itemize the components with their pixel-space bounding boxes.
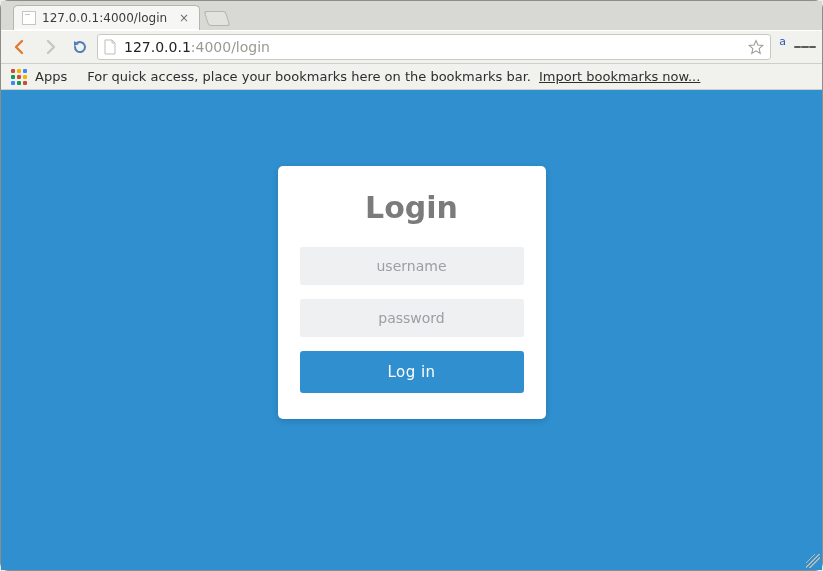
url-host: 127.0.0.1 xyxy=(124,39,191,55)
svg-marker-5 xyxy=(749,41,763,54)
reload-button[interactable] xyxy=(67,34,93,60)
browser-window: 127.0.0.1:4000/login × 127.0.0.1:4000/lo… xyxy=(0,0,823,571)
apps-icon[interactable] xyxy=(11,69,27,85)
url-text: 127.0.0.1:4000/login xyxy=(124,39,746,55)
import-bookmarks-link[interactable]: Import bookmarks now... xyxy=(539,69,700,84)
window-maximize-button[interactable] xyxy=(772,5,792,21)
browser-tab[interactable]: 127.0.0.1:4000/login × xyxy=(13,5,200,30)
svg-rect-1 xyxy=(779,9,786,16)
login-heading: Login xyxy=(300,190,524,225)
username-input[interactable] xyxy=(300,247,524,285)
resize-grip-icon[interactable] xyxy=(806,554,820,568)
login-button[interactable]: Log in xyxy=(300,351,524,393)
back-button[interactable] xyxy=(7,34,33,60)
toolbar: 127.0.0.1:4000/login a xyxy=(1,30,822,64)
file-icon xyxy=(102,39,118,55)
translate-indicator[interactable]: a xyxy=(779,35,786,48)
new-tab-button[interactable] xyxy=(204,11,231,26)
forward-button[interactable] xyxy=(37,34,63,60)
url-path: :4000/login xyxy=(191,39,270,55)
page-viewport: Login Log in xyxy=(1,90,822,570)
window-close-button[interactable] xyxy=(796,5,816,21)
file-icon xyxy=(22,11,36,25)
login-card: Login Log in xyxy=(278,166,546,419)
window-minimize-button[interactable] xyxy=(748,5,768,21)
menu-button[interactable] xyxy=(794,36,816,58)
bookmarks-bar: Apps For quick access, place your bookma… xyxy=(1,64,822,90)
apps-label[interactable]: Apps xyxy=(35,69,67,84)
address-bar[interactable]: 127.0.0.1:4000/login xyxy=(97,34,771,60)
password-input[interactable] xyxy=(300,299,524,337)
bookmark-star-icon[interactable] xyxy=(746,37,766,57)
bookmarks-hint: For quick access, place your bookmarks h… xyxy=(87,69,531,84)
close-icon[interactable]: × xyxy=(177,11,191,25)
tab-title: 127.0.0.1:4000/login xyxy=(42,11,167,25)
